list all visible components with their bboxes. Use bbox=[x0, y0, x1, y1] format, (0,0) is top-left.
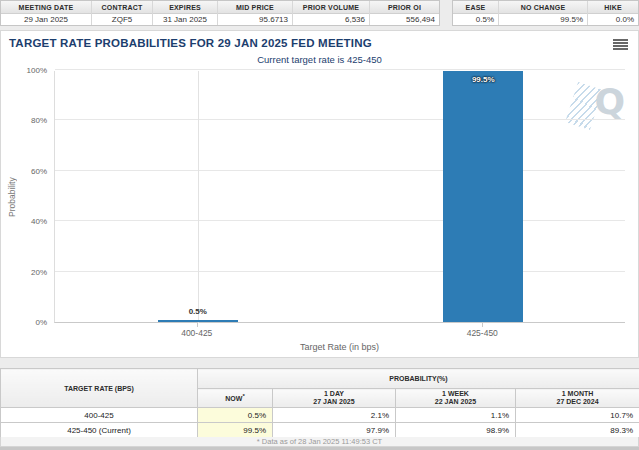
stat-value: ZQF5 bbox=[92, 14, 152, 26]
bar-value-label: 0.5% bbox=[189, 307, 207, 316]
contract-stats-table: MEETING DATE 29 Jan 2025 CONTRACT ZQF5 E… bbox=[0, 0, 440, 26]
probability-stats-table: EASE 0.5% NO CHANGE 99.5% HIKE 0.0% bbox=[452, 0, 639, 26]
col-header-line2: 22 JAN 2025 bbox=[396, 398, 515, 406]
cell-1-week: 98.9% bbox=[396, 423, 516, 438]
stat-value: 6,536 bbox=[293, 14, 369, 26]
x-axis-labels: 400-425425-450 bbox=[54, 328, 625, 339]
stat-label: HIKE bbox=[588, 1, 638, 14]
stat-label: NO CHANGE bbox=[499, 1, 587, 14]
y-tick-label: 40% bbox=[31, 217, 47, 227]
stat-no-change: NO CHANGE 99.5% bbox=[499, 1, 588, 25]
stat-label: CONTRACT bbox=[92, 1, 152, 14]
data-as-of-footnote: * Data as of 28 Jan 2025 11:49:53 CT bbox=[0, 437, 639, 447]
stat-value: 99.5% bbox=[499, 14, 587, 26]
y-tick-label: 80% bbox=[31, 116, 47, 126]
cell-now: 99.5% bbox=[198, 423, 273, 438]
bar-value-label: 99.5% bbox=[472, 75, 495, 84]
x-tick-label: 425-450 bbox=[467, 328, 498, 338]
hamburger-icon[interactable] bbox=[613, 39, 628, 50]
stat-label: EXPIRES bbox=[153, 1, 217, 14]
cell-1-month: 10.7% bbox=[516, 408, 639, 423]
cell-1-month: 89.3% bbox=[516, 423, 639, 438]
probability-table: TARGET RATE (BPS) PROBABILITY(%) NOW* 1 … bbox=[0, 368, 639, 438]
stat-label: PRIOR OI bbox=[370, 1, 439, 14]
stat-value: 31 Jan 2025 bbox=[153, 14, 217, 26]
stat-ease: EASE 0.5% bbox=[453, 1, 499, 25]
stat-contract: CONTRACT ZQF5 bbox=[92, 1, 153, 25]
cell-1-day: 97.9% bbox=[273, 423, 396, 438]
stat-value: 95.6713 bbox=[218, 14, 292, 26]
x-axis-title: Target Rate (in bps) bbox=[54, 342, 625, 352]
col-header-line2: 27 JAN 2025 bbox=[273, 398, 395, 406]
stat-prior-oi: PRIOR OI 556,494 bbox=[370, 1, 439, 25]
y-tick-label: 60% bbox=[31, 167, 47, 177]
col-header-probability: PROBABILITY(%) bbox=[198, 369, 639, 389]
stat-meeting-date: MEETING DATE 29 Jan 2025 bbox=[1, 1, 92, 25]
footnote-marker: * bbox=[242, 393, 244, 399]
y-tick-label: 100% bbox=[27, 66, 47, 76]
table-row: 425-450 (Current) 99.5% 97.9% 98.9% 89.3… bbox=[1, 423, 639, 438]
fedwatch-chart-panel: TARGET RATE PROBABILITIES FOR 29 JAN 202… bbox=[0, 30, 639, 358]
col-header-1-day: 1 DAY27 JAN 2025 bbox=[273, 389, 396, 408]
stat-mid-price: MID PRICE 95.6713 bbox=[218, 1, 293, 25]
y-tick-label: 20% bbox=[31, 268, 47, 278]
gridline bbox=[55, 220, 625, 221]
gridline bbox=[55, 69, 625, 70]
x-tick bbox=[197, 323, 198, 327]
stat-prior-volume: PRIOR VOLUME 6,536 bbox=[293, 1, 370, 25]
col-header-line1: 1 WEEK bbox=[396, 390, 515, 398]
x-tick bbox=[482, 323, 483, 327]
cell-1-week: 1.1% bbox=[396, 408, 516, 423]
stat-label: EASE bbox=[453, 1, 498, 14]
x-tick-label: 400-425 bbox=[181, 328, 212, 338]
col-header-line2: 27 DEC 2024 bbox=[516, 398, 639, 406]
cell-1-day: 2.1% bbox=[273, 408, 396, 423]
cell-rate: 400-425 bbox=[1, 408, 198, 423]
col-header-1-month: 1 MONTH27 DEC 2024 bbox=[516, 389, 639, 408]
y-axis-title: Probability bbox=[7, 71, 19, 323]
col-header-1-week: 1 WEEK22 JAN 2025 bbox=[396, 389, 516, 408]
gridline bbox=[55, 119, 625, 120]
cell-rate: 425-450 (Current) bbox=[1, 423, 198, 438]
probability-bar[interactable] bbox=[443, 71, 523, 322]
table-row: 400-425 0.5% 2.1% 1.1% 10.7% bbox=[1, 408, 639, 423]
chart-subtitle: Current target rate is 425-450 bbox=[1, 54, 638, 65]
col-header-line1: 1 MONTH bbox=[516, 390, 639, 398]
y-tick-label: 0% bbox=[35, 318, 47, 328]
col-header-now: NOW* bbox=[198, 389, 273, 408]
stat-label: PRIOR VOLUME bbox=[293, 1, 369, 14]
probability-bar[interactable] bbox=[158, 320, 238, 322]
gridline bbox=[55, 170, 625, 171]
chart-title: TARGET RATE PROBABILITIES FOR 29 JAN 202… bbox=[9, 37, 372, 49]
stat-label: MEETING DATE bbox=[1, 1, 91, 14]
stat-label: MID PRICE bbox=[218, 1, 292, 14]
crosshair-line bbox=[198, 71, 199, 323]
stat-hike: HIKE 0.0% bbox=[588, 1, 638, 25]
y-axis-labels: 0%20%40%60%80%100% bbox=[19, 71, 49, 323]
plot-area: 0.5%99.5% bbox=[54, 71, 625, 323]
stat-value: 0.5% bbox=[453, 14, 498, 26]
stat-value: 0.0% bbox=[588, 14, 638, 26]
stat-expires: EXPIRES 31 Jan 2025 bbox=[153, 1, 218, 25]
stat-value: 29 Jan 2025 bbox=[1, 14, 91, 26]
cell-now: 0.5% bbox=[198, 408, 273, 423]
col-header-now-label: NOW bbox=[225, 396, 242, 403]
col-header-target-rate: TARGET RATE (BPS) bbox=[1, 369, 198, 408]
gridline bbox=[55, 271, 625, 272]
stat-value: 556,494 bbox=[370, 14, 439, 26]
col-header-line1: 1 DAY bbox=[273, 390, 395, 398]
